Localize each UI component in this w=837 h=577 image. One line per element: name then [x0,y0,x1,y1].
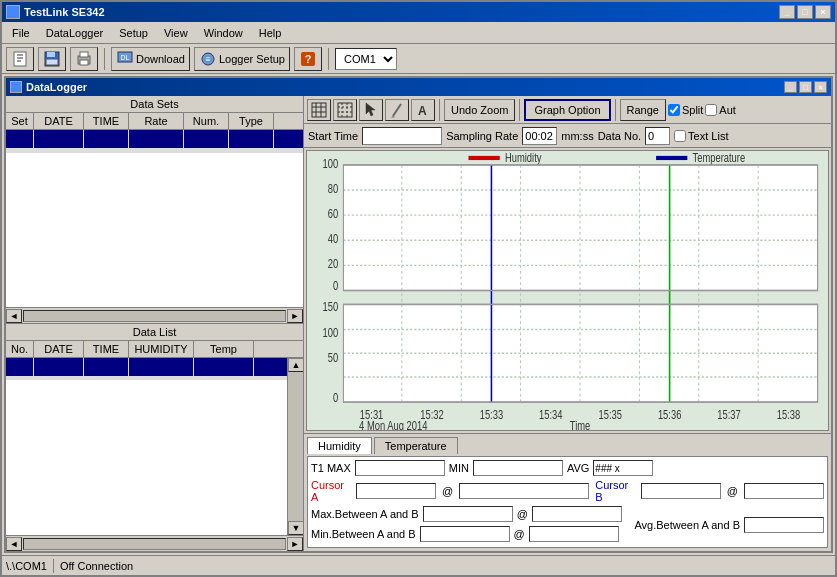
window-title: TestLink SE342 [24,6,105,18]
split-checkbox[interactable] [668,104,680,116]
table-row[interactable] [6,152,303,153]
minimize-btn[interactable]: _ [779,5,795,19]
list-row[interactable] [6,358,287,377]
aut-checkbox-label[interactable]: Aut [705,104,736,116]
graph-sep-2 [519,99,520,121]
svg-marker-26 [366,103,375,116]
list-scroll-up[interactable]: ▲ [288,358,303,372]
list-scroll-down[interactable]: ▼ [288,521,303,535]
min-between-label: Min.Between A and B [311,528,416,540]
download-btn[interactable]: DL Download [111,47,190,71]
cursor-tool-btn[interactable] [359,99,383,121]
scroll-track[interactable] [23,310,286,322]
new-btn[interactable] [6,47,34,71]
avg-between-label: Avg.Between A and B [634,519,740,531]
separator-1 [104,48,105,70]
min-between-value[interactable] [420,526,510,542]
grid-btn-2[interactable] [333,99,357,121]
menu-view[interactable]: View [158,25,194,41]
t1-avg-input[interactable] [593,460,653,476]
menu-datalogger[interactable]: DataLogger [40,25,110,41]
svg-rect-0 [14,52,26,66]
svg-text:0: 0 [333,391,338,405]
help-btn[interactable]: ? [294,47,322,71]
svg-text:?: ? [305,53,312,65]
list-scroll-track[interactable] [23,538,286,550]
start-time-input[interactable] [362,127,442,145]
floppy-icon [43,50,61,68]
list-scroll-thumb[interactable] [288,372,303,521]
data-no-input[interactable] [645,127,670,145]
data-list-hscroll: ◄ ► [6,535,303,551]
cursor-a-right-value[interactable] [459,483,589,499]
svg-rect-6 [46,59,58,65]
graph-option-btn[interactable]: Graph Option [524,99,610,121]
pencil-tool-btn[interactable] [385,99,409,121]
text-tool-btn[interactable]: A [411,99,435,121]
undo-zoom-btn[interactable]: Undo Zoom [444,99,515,121]
svg-text:15:34: 15:34 [539,408,562,422]
data-list-body: ▲ ▼ [6,358,303,535]
tab-temperature[interactable]: Temperature [374,437,458,454]
com-port-select[interactable]: COM1 [335,48,397,70]
inner-minimize-btn[interactable]: _ [784,81,797,93]
max-between-right[interactable] [532,506,622,522]
list-row[interactable] [6,379,287,380]
col-temp: Temp [194,341,254,357]
help-icon: ? [299,50,317,68]
list-scroll-left[interactable]: ◄ [6,537,22,551]
t1-row: T1 MAX MIN AVG [311,460,824,476]
graph-svg: 100 80 60 40 20 0 150 100 50 0 15:31 15: [307,151,828,430]
menu-window[interactable]: Window [198,25,249,41]
list-scroll-right[interactable]: ► [287,537,303,551]
text-list-label[interactable]: Text List [674,130,728,142]
cursor-a-value[interactable] [356,483,436,499]
menu-help[interactable]: Help [253,25,288,41]
t1-min-input[interactable] [473,460,563,476]
logger-setup-btn[interactable]: ≡ Logger Setup [194,47,290,71]
svg-rect-9 [80,60,88,65]
tab-humidity[interactable]: Humidity [307,437,372,454]
svg-text:100: 100 [323,325,339,339]
aut-checkbox[interactable] [705,104,717,116]
svg-text:A: A [418,104,427,118]
inner-maximize-btn[interactable]: □ [799,81,812,93]
inner-title-bar: DataLogger _ □ × [6,78,831,96]
avg-between-box: Avg.Between A and B [634,506,824,544]
cursor-b-right-value[interactable] [744,483,824,499]
save-btn[interactable] [38,47,66,71]
scroll-right-btn[interactable]: ► [287,309,303,323]
avg-between-input[interactable] [744,517,824,533]
print-btn[interactable] [70,47,98,71]
grid-btn-1[interactable] [307,99,331,121]
text-list-checkbox[interactable] [674,130,686,142]
pencil-icon [389,102,405,118]
sampling-rate-input[interactable] [522,127,557,145]
close-btn[interactable]: × [815,5,831,19]
scroll-left-btn[interactable]: ◄ [6,309,22,323]
inner-close-btn[interactable]: × [814,81,827,93]
min-between-right[interactable] [529,526,619,542]
menu-file[interactable]: File [6,25,36,41]
inner-app-icon [10,81,22,93]
col-no: No. [6,341,34,357]
split-checkbox-label[interactable]: Split [668,104,703,116]
svg-text:80: 80 [328,182,338,196]
svg-rect-16 [312,103,326,117]
data-sets-section: Data Sets Set DATE TIME Rate Num. Type [6,96,303,324]
t1-max-input[interactable] [355,460,445,476]
max-between-value[interactable] [423,506,513,522]
maximize-btn[interactable]: □ [797,5,813,19]
col-set: Set [6,113,34,129]
new-icon [11,50,29,68]
svg-text:15:36: 15:36 [658,408,681,422]
inner-window: DataLogger _ □ × Data Sets Set DATE TIME [4,76,833,553]
range-btn[interactable]: Range [620,99,666,121]
logger-setup-icon: ≡ [199,50,217,68]
svg-text:100: 100 [323,156,339,170]
window-controls: _ □ × [779,5,831,19]
table-row[interactable] [6,130,303,149]
cursor-b-value[interactable] [641,483,721,499]
start-time-label: Start Time [308,130,358,142]
menu-setup[interactable]: Setup [113,25,154,41]
